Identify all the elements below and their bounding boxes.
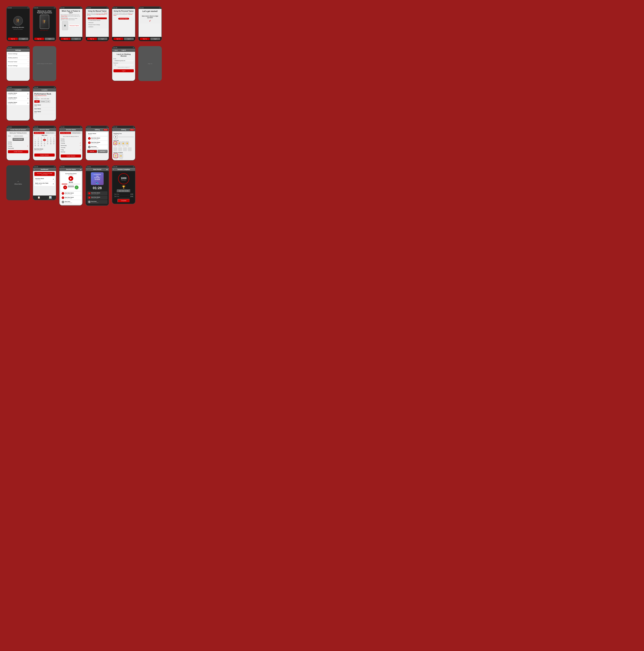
menu-icon[interactable]: ≡ [113, 169, 114, 170]
workout-text: You have 1 workout for today [35, 173, 54, 174]
back-arrow[interactable]: ← [60, 169, 62, 170]
monthly-calendar-tab[interactable]: Monthly Calendar [34, 132, 44, 134]
day-sunday: Sunday [61, 138, 81, 140]
location-item-3[interactable]: Location Name Location Address › [7, 101, 30, 105]
timer-slider[interactable] [119, 137, 134, 137]
session-item-1[interactable]: 1 Next Item Name Next Item Details [87, 136, 108, 140]
grading-systems-item[interactable]: Grading Systems › [7, 56, 30, 60]
back-arrow[interactable]: ← [7, 129, 9, 130]
login-button[interactable]: Log In [124, 38, 134, 40]
battery: ▪▪▪ [54, 166, 55, 167]
location-item-1[interactable]: Location Name Location Address › [7, 92, 30, 96]
confirm-button[interactable]: ✓ [75, 185, 79, 189]
dismiss-button[interactable]: ✕ [63, 185, 67, 189]
item-3-name: Rest Item [91, 146, 106, 147]
add-rest-button[interactable]: Add Rest [98, 150, 108, 153]
menu-preview: ≡ Manual Trainer ✦ Create Manual Session… [87, 17, 108, 28]
day-tuesday: Tuesday ✓ [61, 142, 81, 144]
session-name-input[interactable] [13, 134, 28, 137]
location-addr-3: Location Address [8, 103, 17, 104]
session-item-3[interactable]: 3 Rest Item Rest item Details [87, 145, 108, 149]
monthly-calendar-tab[interactable]: Monthly Calendar [60, 132, 71, 134]
next-month-arrow[interactable]: › [55, 135, 55, 136]
manual-trainer-screen: 9:00 AM ▪▪▪ Using the Manual Trainer You… [86, 6, 109, 41]
item-info-2: Next Item Name Next Item Details [91, 196, 106, 199]
back-arrow[interactable]: ← [34, 129, 35, 130]
done-button[interactable]: Done [103, 129, 108, 131]
jug-grip-icon[interactable]: 🤜 [114, 142, 117, 145]
create-session-button[interactable]: Create Session [8, 150, 28, 153]
location-item-2[interactable]: Location Name Location Address › [7, 96, 30, 101]
signup-button[interactable]: Sign Up [140, 38, 150, 40]
next-icon[interactable]: ⏭ [106, 168, 108, 170]
battery: ▪▪▪ [133, 47, 134, 48]
session-list-item-2[interactable]: Balls out on the Table 25 Sets, Hard › [34, 182, 55, 186]
create-session-button[interactable]: Create Session [34, 154, 55, 157]
login-button[interactable]: Log In [98, 38, 108, 40]
session-item-2[interactable]: 2 Next Item Name Next Item Details [87, 141, 108, 145]
tab-assessment[interactable]: 📊 Assessment [44, 196, 56, 199]
signup-button[interactable]: Sign Up [114, 38, 123, 40]
three-finger-grip-icon[interactable]: 🤟 [121, 142, 125, 145]
weekly-routine-tab[interactable]: Weekly Routine [44, 132, 55, 134]
session-running-title: Session Name [66, 168, 76, 170]
account-settings-item[interactable]: Account Settings › [7, 64, 30, 68]
back-arrow[interactable]: ← [87, 129, 88, 130]
signup-button[interactable]: Sign Up [61, 38, 70, 40]
two-hands-icon[interactable]: 🙌 [119, 154, 123, 158]
session-list-item-1[interactable]: Session Name 1 Set, Easy › [34, 177, 55, 182]
signup-button[interactable]: Sign Up [34, 38, 44, 40]
female-btn[interactable]: Female [39, 100, 46, 103]
time-label-2: Total Time [114, 196, 119, 197]
back-arrow[interactable]: ← Back [113, 50, 118, 51]
two-finger-grip-icon[interactable]: ✌️ [118, 142, 121, 145]
next-icon[interactable]: ⏭ [80, 168, 82, 170]
status-bar: 9:00 AM ▪▪▪ [86, 126, 109, 128]
time: 9:00 AM [8, 87, 12, 88]
done-button[interactable]: Done [130, 129, 134, 131]
play-button[interactable]: ▶ [68, 176, 73, 181]
male-btn[interactable]: Male [34, 100, 39, 103]
login-button[interactable]: Log In [150, 38, 160, 40]
password-input[interactable]: •••• [114, 64, 134, 66]
back-arrow[interactable]: ← [34, 89, 35, 91]
high-score-button[interactable]: NEW HIGH SCORE [117, 189, 131, 192]
email-input[interactable]: rami@rami.gmail.com [114, 59, 134, 62]
add-set-button[interactable]: Add Set [87, 150, 97, 153]
back-arrow[interactable]: ← [113, 129, 114, 130]
signup-button[interactable]: Sign Up [87, 38, 97, 40]
battery: ▪▪▪ [80, 7, 81, 8]
day-wednesday: Wednesday [8, 147, 28, 149]
learn-more-link[interactable]: Click to learn more → [34, 30, 55, 31]
score-circle: 1000 Point Games [118, 173, 129, 184]
prev-month-arrow[interactable]: ‹ [34, 135, 34, 136]
all-btn[interactable]: All [46, 100, 51, 103]
status-bar: 9:00 AM ▪▪▪ [33, 7, 56, 9]
tab-today[interactable]: 📋 Today [33, 196, 44, 199]
back-arrow[interactable]: ← [87, 169, 88, 170]
personal-trainer-item[interactable]: Personal Trainer › [7, 60, 30, 64]
create-session-button[interactable]: Create Session [61, 154, 81, 157]
complete-button[interactable]: Complete [118, 199, 130, 203]
settings-nav: Settings [7, 49, 30, 52]
five-finger-grip-icon[interactable]: 🖐️ [125, 142, 129, 145]
back-arrow[interactable]: ← [60, 129, 62, 130]
general-settings-item[interactable]: General Settings › [7, 52, 30, 56]
login-button[interactable]: Log In [114, 69, 134, 72]
five-finger-label: 5 Finger [125, 146, 129, 146]
rest-period-screen: 9:00 AM ▪▪▪ ← Rest Period ⏭ LA SPORTIVA … [86, 165, 109, 206]
weekly-routine-tab[interactable]: Weekly Routine [71, 132, 82, 134]
login-button[interactable]: Log In [71, 38, 81, 40]
one-hand-icon[interactable]: 🤚 [114, 154, 118, 158]
difficulty-button[interactable]: Set the Difficulty [12, 138, 24, 141]
menu-icon[interactable]: ≡ [34, 169, 35, 170]
session-days-nav: ← Session Name [59, 128, 82, 131]
user-entry-3: User Name Score [34, 110, 55, 114]
forgot-link[interactable]: Having problems logging in? [114, 67, 134, 68]
session-complete-screen: 9:00 AM ▪▪▪ ≡ Session Complete 1000 Poin… [112, 165, 135, 204]
create-btn-wrap: Create Session [33, 152, 56, 157]
item-3-detail: Rest item Details [91, 147, 106, 148]
login-button[interactable]: Log In [45, 38, 55, 40]
signup-button[interactable]: Sign Up [8, 38, 18, 40]
login-button[interactable]: Log In [19, 38, 28, 40]
